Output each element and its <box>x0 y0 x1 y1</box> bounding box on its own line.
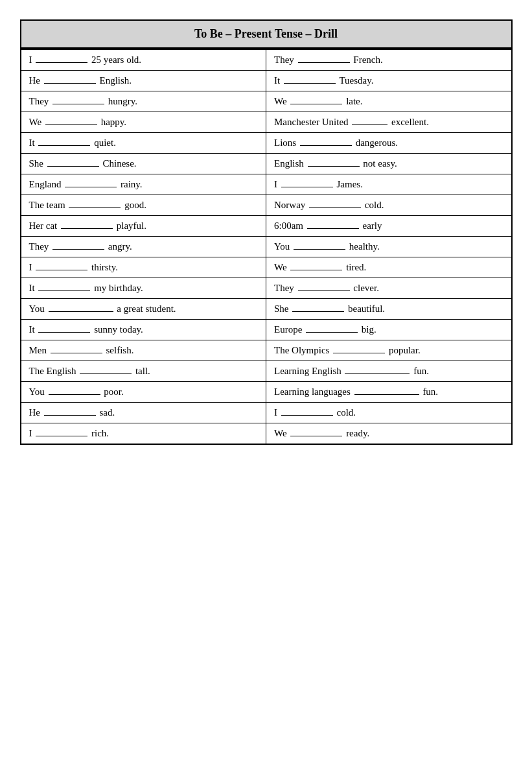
left-cell: England rainy. <box>21 174 266 195</box>
left-cell: It quiet. <box>21 133 266 154</box>
left-cell: He sad. <box>21 403 266 423</box>
right-cell: Norway cold. <box>266 195 512 216</box>
left-cell: We happy. <box>21 112 266 133</box>
table-row: He sad.I cold. <box>21 403 512 423</box>
table-row: You a great student.She beautiful. <box>21 299 512 320</box>
right-cell: I James. <box>266 174 512 195</box>
table-row: They angry.You healthy. <box>21 237 512 257</box>
table-row: It my birthday.They clever. <box>21 278 512 299</box>
right-cell: They clever. <box>266 278 512 299</box>
table-row: She Chinese.English not easy. <box>21 154 512 174</box>
left-cell: The English tall. <box>21 361 266 382</box>
left-cell: It my birthday. <box>21 278 266 299</box>
right-cell: 6:00am early <box>266 216 512 237</box>
right-cell: We tired. <box>266 257 512 278</box>
left-cell: You poor. <box>21 382 266 403</box>
left-cell: She Chinese. <box>21 154 266 174</box>
left-cell: He English. <box>21 71 266 91</box>
table-row: Men selfish.The Olympics popular. <box>21 340 512 361</box>
right-cell: You healthy. <box>266 237 512 257</box>
left-cell: I 25 years old. <box>21 49 266 71</box>
right-cell: Learning languages fun. <box>266 382 512 403</box>
left-cell: Men selfish. <box>21 340 266 361</box>
right-cell: I cold. <box>266 403 512 423</box>
left-cell: I thirsty. <box>21 257 266 278</box>
right-cell: Manchester United excellent. <box>266 112 512 133</box>
table-row: I thirsty.We tired. <box>21 257 512 278</box>
table-row: England rainy.I James. <box>21 174 512 195</box>
table-row: He English.It Tuesday. <box>21 71 512 91</box>
table-row: The team good.Norway cold. <box>21 195 512 216</box>
right-cell: Europe big. <box>266 320 512 340</box>
left-cell: I rich. <box>21 423 266 445</box>
table-row: It quiet.Lions dangerous. <box>21 133 512 154</box>
table-row: They hungry.We late. <box>21 91 512 112</box>
table-row: I 25 years old.They French. <box>21 49 512 71</box>
right-cell: Lions dangerous. <box>266 133 512 154</box>
table-row: It sunny today.Europe big. <box>21 320 512 340</box>
right-cell: They French. <box>266 49 512 71</box>
right-cell: She beautiful. <box>266 299 512 320</box>
right-cell: The Olympics popular. <box>266 340 512 361</box>
left-cell: You a great student. <box>21 299 266 320</box>
left-cell: They hungry. <box>21 91 266 112</box>
table-row: The English tall.Learning English fun. <box>21 361 512 382</box>
worksheet: To Be – Present Tense – Drill I 25 years… <box>20 19 513 445</box>
table-row: You poor.Learning languages fun. <box>21 382 512 403</box>
right-cell: We ready. <box>266 423 512 445</box>
right-cell: Learning English fun. <box>266 361 512 382</box>
left-cell: Her cat playful. <box>21 216 266 237</box>
exercise-table: I 25 years old.They French.He English.It… <box>20 49 513 445</box>
worksheet-title: To Be – Present Tense – Drill <box>20 19 513 49</box>
right-cell: English not easy. <box>266 154 512 174</box>
table-row: I rich.We ready. <box>21 423 512 445</box>
left-cell: It sunny today. <box>21 320 266 340</box>
table-row: We happy.Manchester United excellent. <box>21 112 512 133</box>
table-row: Her cat playful.6:00am early <box>21 216 512 237</box>
right-cell: We late. <box>266 91 512 112</box>
left-cell: They angry. <box>21 237 266 257</box>
right-cell: It Tuesday. <box>266 71 512 91</box>
left-cell: The team good. <box>21 195 266 216</box>
